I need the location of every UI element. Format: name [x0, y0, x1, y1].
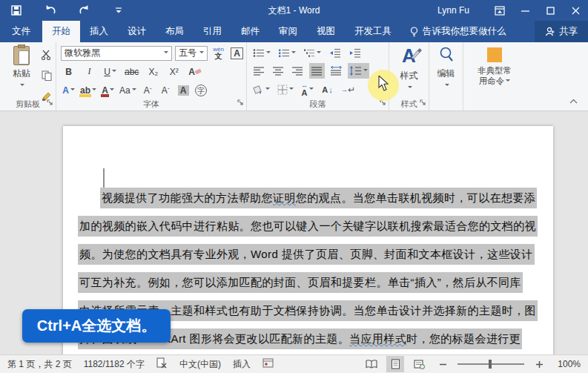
paragraph-group-label: 段落: [247, 99, 389, 110]
chevron-down-icon: [506, 79, 510, 84]
word-count[interactable]: 1182/1182 个字: [84, 358, 145, 371]
custom-commands-label-line1: 非典型常: [463, 65, 526, 76]
increase-indent-button[interactable]: [347, 45, 363, 61]
zoom-in-button[interactable]: [530, 356, 548, 372]
change-case-button[interactable]: Aa: [118, 82, 138, 98]
align-right-button[interactable]: [290, 63, 305, 79]
text-effects-button[interactable]: A: [61, 82, 76, 98]
language-indicator[interactable]: 中文(中国): [179, 358, 221, 371]
character-scaling-button[interactable]: ↔ A: [300, 82, 315, 97]
page-indicator[interactable]: 第 1 页，共 2 页: [7, 358, 72, 371]
tab-mailings[interactable]: 邮件: [231, 21, 269, 42]
paste-button[interactable]: 粘贴: [6, 46, 37, 90]
ribbon: 粘贴 剪贴板 微软雅黑 五号: [0, 42, 588, 111]
line-spacing-button[interactable]: [348, 63, 369, 79]
borders-icon: [277, 85, 288, 95]
font-color-icon: A: [102, 85, 108, 96]
macro-record-button[interactable]: [262, 358, 274, 370]
editing-button[interactable]: 编辑: [429, 46, 463, 90]
character-scaling-icon: ↔ A: [301, 82, 308, 97]
print-layout-button[interactable]: [386, 356, 404, 372]
tab-file[interactable]: 文件: [0, 21, 42, 42]
font-dialog-launcher[interactable]: [237, 98, 244, 108]
italic-button[interactable]: I: [82, 64, 97, 79]
custom-commands-button[interactable]: 非典型常 用命令: [463, 46, 526, 86]
underline-button[interactable]: U: [102, 64, 118, 79]
shrink-font-button[interactable]: Aˇ: [158, 82, 174, 98]
clear-formatting-letter: A: [188, 67, 195, 77]
tab-references[interactable]: 引用: [194, 21, 231, 42]
share-button[interactable]: 共享: [535, 21, 588, 42]
grow-font-button[interactable]: Aˆ: [140, 82, 156, 98]
status-left: 第 1 页，共 2 页 1182/1182 个字 中文(中国) 插入: [0, 357, 274, 371]
tab-insert[interactable]: 插入: [80, 21, 118, 42]
clear-formatting-button[interactable]: A: [187, 64, 203, 79]
tab-view[interactable]: 视图: [307, 21, 345, 42]
cut-button[interactable]: [39, 47, 54, 62]
tab-layout[interactable]: 布局: [156, 21, 194, 42]
zoom-level[interactable]: 100%: [554, 359, 581, 369]
chevron-down-icon: [20, 84, 24, 88]
collapse-ribbon-button[interactable]: [569, 96, 578, 106]
distributed-button[interactable]: [328, 63, 344, 79]
clipboard-dialog-launcher[interactable]: [47, 98, 53, 108]
phonetic-guide-button[interactable]: wén 文: [211, 45, 226, 61]
titlebar-right: Lynn Fu: [437, 0, 588, 21]
text-cursor: [103, 168, 105, 188]
spellcheck-underline: 证明: [273, 191, 296, 204]
borders-button[interactable]: [276, 82, 295, 97]
grow-arrow: ˆ: [150, 87, 152, 93]
show-marks-button[interactable]: → ↵: [340, 82, 357, 97]
tab-developer[interactable]: 开发工具: [345, 21, 401, 42]
font-color-button[interactable]: A: [100, 82, 116, 98]
web-layout-button[interactable]: [410, 356, 428, 372]
shortcut-tooltip: Ctrl+A全选文档。: [22, 309, 171, 343]
chevron-down-icon: [363, 69, 368, 73]
align-left-button[interactable]: [251, 63, 267, 79]
maximize-button[interactable]: [538, 0, 563, 21]
zoom-slider-thumb[interactable]: [489, 360, 492, 369]
document-area[interactable]: 视频提供了功能强大的方法帮助您证明您的观点。当您单击联机视频时，可以在想要添 加…: [0, 111, 588, 354]
strikethrough-button[interactable]: abc: [123, 64, 140, 79]
multilevel-list-button[interactable]: [302, 45, 323, 61]
font-size-combobox[interactable]: 五号: [175, 46, 208, 61]
selected-text: 频。为使您的文档具有专业外观，Word 提供了页眉、页脚、封面和文本框设计，这些…: [78, 244, 535, 265]
tab-home[interactable]: 开始: [42, 21, 80, 42]
align-center-button[interactable]: [271, 63, 286, 79]
marks-return: ↵: [348, 85, 355, 95]
numbering-button[interactable]: [277, 45, 297, 61]
close-button[interactable]: [563, 0, 588, 21]
proofing-status[interactable]: [156, 357, 168, 371]
styles-dialog-launcher[interactable]: [420, 98, 426, 108]
decrease-indent-button[interactable]: [327, 45, 343, 61]
font-name-combobox[interactable]: 微软雅黑: [61, 46, 172, 61]
character-shading-button[interactable]: A: [176, 82, 191, 98]
line1-pre: 视频提供了功能强大的方法帮助您: [102, 191, 273, 204]
document-line: 可互为补充。例如，您可以添加匹配的封面、页眉和提要栏。单击“插入”，然后从不同库: [78, 272, 541, 300]
chevron-down-icon: [132, 88, 136, 93]
shading-button[interactable]: [251, 82, 271, 97]
text-highlight-button[interactable]: ab: [79, 82, 98, 98]
read-mode-icon: [366, 360, 377, 369]
character-border-button[interactable]: A: [229, 45, 245, 61]
zoom-slider[interactable]: [457, 363, 524, 365]
insert-mode-indicator[interactable]: 插入: [233, 358, 251, 371]
bold-button[interactable]: B: [61, 64, 76, 79]
subscript-button[interactable]: X₂: [145, 64, 161, 79]
brush-icon: [410, 47, 422, 59]
zoom-out-button[interactable]: [434, 356, 452, 372]
tell-me-box[interactable]: 告诉我你想要做什么: [401, 21, 515, 42]
justify-button[interactable]: [309, 63, 325, 79]
tab-design[interactable]: 设计: [118, 21, 156, 42]
styles-icon: A: [389, 46, 429, 68]
enclose-characters-button[interactable]: 字: [194, 82, 209, 98]
minimize-button[interactable]: [512, 0, 538, 21]
chevron-down-icon: [92, 88, 96, 93]
superscript-button[interactable]: X²: [166, 64, 182, 79]
sort-button[interactable]: A ↓: [320, 82, 335, 97]
tab-review[interactable]: 审阅: [269, 21, 307, 42]
ribbon-display-options-button[interactable]: [487, 0, 512, 21]
copy-button[interactable]: [39, 67, 54, 83]
read-mode-button[interactable]: [363, 356, 380, 372]
bullets-button[interactable]: [251, 45, 272, 61]
